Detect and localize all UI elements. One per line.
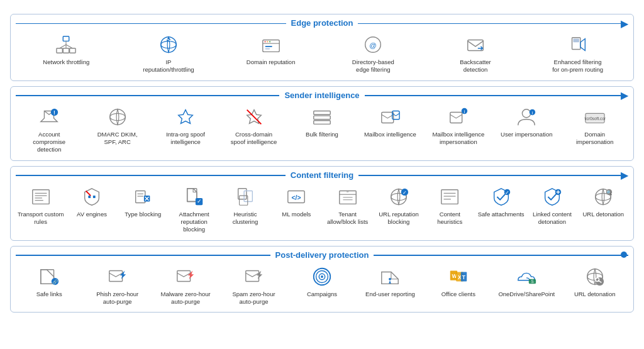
item-transport-rules: Transport custom rules <box>16 184 65 228</box>
label-url-rep: URL reputation blocking <box>375 211 422 226</box>
section-title-postdelivery: Post-delivery protection <box>270 250 374 260</box>
svg-rect-26 <box>314 111 330 114</box>
svg-point-13 <box>269 41 270 42</box>
icon-domain-impersonation: micr0soft.com <box>583 105 607 129</box>
icon-account-compromise: ! <box>37 105 61 129</box>
svg-rect-88 <box>245 270 258 281</box>
item-dmarc-dkim: DMARC DKIM, SPF, ARC <box>90 104 145 148</box>
label-linked-content: Linked content detonation <box>528 211 575 226</box>
label-cross-domain-spoof: Cross-domain spoof intelligence <box>228 131 280 147</box>
item-onedrive-sharepoint: SOneDrive/SharePoint <box>499 263 554 299</box>
svg-point-8 <box>161 41 177 48</box>
svg-rect-14 <box>265 46 272 47</box>
icon-network-throttling <box>54 33 78 57</box>
svg-rect-2 <box>64 48 69 53</box>
icon-av-engines <box>80 185 104 209</box>
label-campaigns: Campaigns <box>307 291 337 298</box>
icon-mailbox-intel <box>378 105 402 129</box>
item-ml-models: </>ML models <box>272 184 321 219</box>
item-attachment-rep: ✓Attachment reputation blocking <box>169 184 219 235</box>
icon-safe-attachments: ✓ <box>489 185 513 209</box>
svg-rect-15 <box>265 48 270 50</box>
items-row-postdelivery: 🔗Safe linksPhish zero-hour auto-purgeMal… <box>16 263 628 307</box>
icon-safe-links: 🔗 <box>37 265 61 289</box>
svg-rect-20 <box>573 39 579 43</box>
svg-rect-87 <box>177 270 191 281</box>
item-backscatter: Backscatter detection <box>448 31 503 75</box>
section-arrow-content: ▶ <box>621 169 628 181</box>
label-safe-attachments: Safe attachments <box>478 211 525 218</box>
section-header-postdelivery: Post-delivery protection <box>16 250 628 260</box>
svg-rect-39 <box>32 189 48 204</box>
label-domain-reputation: Domain reputation <box>247 58 296 66</box>
icon-linked-content <box>540 185 564 209</box>
label-safe-links: Safe links <box>36 291 62 298</box>
svg-point-93 <box>389 278 392 280</box>
section-postdelivery: Post-delivery protection🔗Safe linksPhish… <box>10 246 634 313</box>
icon-transport-rules <box>29 185 53 209</box>
svg-text:</>: </> <box>292 194 301 201</box>
svg-rect-86 <box>109 270 122 281</box>
label-office-clients: Office clients <box>441 291 475 298</box>
svg-text:≡: ≡ <box>347 189 349 194</box>
item-phish-zap: Phish zero-hour auto-purge <box>90 263 145 307</box>
icon-directory-filtering: @ <box>361 33 385 57</box>
svg-rect-57 <box>244 191 252 201</box>
svg-text:S: S <box>531 279 535 284</box>
icon-phish-zap <box>106 265 130 289</box>
svg-text:T: T <box>462 274 466 280</box>
section-edge: Edge protection▶Network throttlingIP rep… <box>10 14 634 81</box>
item-campaigns: Campaigns <box>294 263 350 299</box>
item-account-compromise: !Account compromise detection <box>21 104 77 155</box>
label-backscatter: Backscatter detection <box>449 58 502 74</box>
label-content-heuristics: Content heuristics <box>426 211 474 226</box>
label-account-compromise: Account compromise detection <box>23 131 75 154</box>
svg-rect-27 <box>314 116 330 119</box>
svg-text:!: ! <box>53 109 55 116</box>
svg-rect-45 <box>93 196 96 198</box>
svg-point-24 <box>109 113 125 120</box>
label-mailbox-impersonation: Mailbox intelligence impersonation <box>432 131 485 147</box>
svg-text:@: @ <box>370 42 377 49</box>
section-arrow-edge: ▶ <box>621 17 628 29</box>
icon-campaigns <box>310 265 334 289</box>
label-type-blocking: Type blocking <box>125 211 161 218</box>
item-safe-links: 🔗Safe links <box>21 263 77 299</box>
svg-text:micr0soft.com: micr0soft.com <box>584 116 606 120</box>
section-arrow-sender: ▶ <box>621 89 628 101</box>
item-type-blocking: Type blocking <box>118 184 168 219</box>
icon-bulk-filtering <box>310 105 334 129</box>
icon-domain-reputation <box>259 33 283 57</box>
item-spam-zap: Spam zero-hour auto-purge <box>226 263 282 307</box>
item-heuristic: Heuristic clustering <box>220 184 270 228</box>
label-av-engines: AV engines <box>77 211 107 218</box>
label-phish-zap: Phish zero-hour auto-purge <box>91 291 144 306</box>
item-directory-filtering: @Directory-based edge filtering <box>345 31 401 75</box>
icon-attachment-rep: ✓ <box>182 185 206 209</box>
section-content: Content filtering▶Transport custom rules… <box>10 166 634 241</box>
item-enhanced-filtering: Enhanced filtering for on-prem routing <box>550 31 606 75</box>
item-url-detonation-post: URL detonation <box>567 263 623 299</box>
svg-point-34 <box>523 109 531 117</box>
icon-mailbox-impersonation: i <box>447 105 470 129</box>
item-content-heuristics: Content heuristics <box>425 184 475 228</box>
svg-line-5 <box>60 45 66 48</box>
items-row-edge: Network throttlingIP reputation/throttli… <box>16 31 628 75</box>
label-mailbox-intel: Mailbox intelligence <box>364 131 416 138</box>
items-row-sender: !Account compromise detectionDMARC DKIM,… <box>16 104 628 155</box>
icon-ml-models: </> <box>284 185 308 209</box>
svg-text:🔍: 🔍 <box>606 190 613 196</box>
section-dot-postdelivery <box>621 252 627 258</box>
item-malware-zap: Malware zero-hour auto-purge <box>158 263 213 307</box>
svg-text:✓: ✓ <box>505 190 509 196</box>
svg-rect-18 <box>468 40 484 50</box>
svg-rect-0 <box>64 36 69 42</box>
svg-line-46 <box>86 191 91 196</box>
svg-rect-44 <box>88 196 91 198</box>
icon-malware-zap <box>174 265 197 289</box>
label-url-detonation-post: URL detonation <box>574 291 616 298</box>
icon-url-detonation-post <box>583 265 607 289</box>
item-cross-domain-spoof: Cross-domain spoof intelligence <box>226 104 282 148</box>
icon-url-rep: ✓ <box>387 185 411 209</box>
svg-rect-1 <box>57 48 62 53</box>
